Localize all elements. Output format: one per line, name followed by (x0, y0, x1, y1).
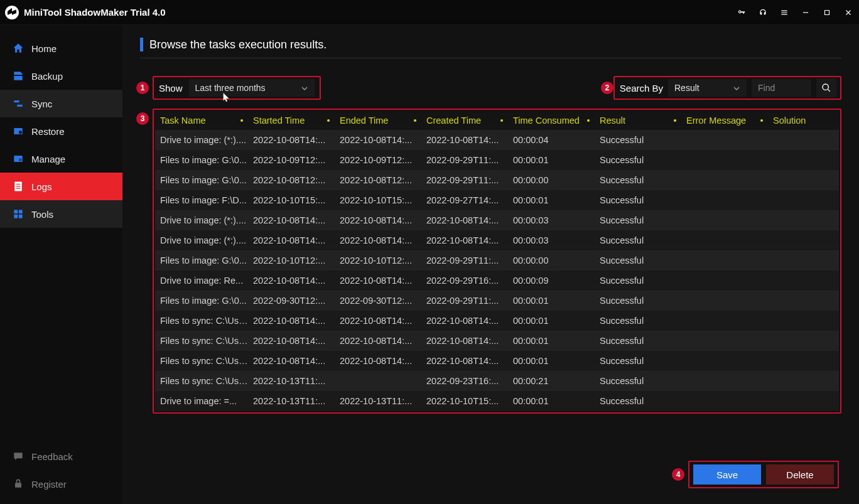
th-time-consumed[interactable]: Time Consumed (508, 115, 595, 126)
table-cell: 2022-09-29T11:... (421, 155, 508, 165)
table-row[interactable]: Drive to image: (*:)....2022-10-08T14:..… (155, 230, 839, 250)
chevron-down-icon (301, 84, 308, 92)
save-button[interactable]: Save (693, 464, 761, 485)
table-cell: 2022-10-13T11:... (248, 396, 335, 406)
table-cell: 00:00:09 (508, 276, 595, 286)
minimize-icon[interactable] (800, 7, 811, 18)
svg-rect-9 (19, 210, 23, 213)
table-row[interactable]: Files to image: G:\0...2022-10-09T12:...… (155, 150, 839, 170)
headline-accent (140, 38, 143, 51)
table-cell: 2022-10-10T15:... (335, 195, 421, 205)
tools-icon (11, 207, 25, 221)
headset-icon[interactable] (757, 7, 769, 18)
table-cell: 2022-10-09T12:... (335, 155, 421, 165)
svg-rect-2 (14, 156, 22, 162)
sidebar-item-manage[interactable]: Manage (0, 145, 122, 173)
table-body: Drive to image: (*:)....2022-10-08T14:..… (155, 130, 839, 411)
sidebar-item-sync[interactable]: Sync (0, 90, 122, 117)
table-row[interactable]: Files to sync: C:\Use...2022-10-08T14:..… (155, 331, 839, 351)
search-button[interactable] (816, 78, 836, 97)
sidebar-item-label: Sync (31, 99, 52, 109)
table-cell: 2022-09-30T12:... (335, 296, 421, 306)
chevron-down-icon (733, 84, 740, 92)
search-by-value: Result (674, 83, 700, 93)
th-started-time[interactable]: Started Time (248, 115, 335, 126)
logs-icon (11, 180, 25, 193)
table-cell: 2022-10-08T14:... (421, 135, 508, 145)
sidebar-item-logs[interactable]: Logs (0, 173, 122, 200)
table-cell: Drive to image: (*:).... (155, 235, 248, 245)
content-area: Browse the tasks execution results. 1 Sh… (122, 25, 859, 504)
table-row[interactable]: Files to image: G:\0...2022-09-30T12:...… (155, 291, 839, 311)
th-result[interactable]: Result (595, 115, 681, 126)
svg-rect-6 (16, 186, 21, 186)
action-buttons-box: Save Delete (688, 461, 839, 488)
table-cell: 2022-10-08T14:... (335, 235, 421, 245)
table-row[interactable]: Files to sync: C:\Use...2022-10-08T14:..… (155, 311, 839, 331)
page-headline: Browse the tasks execution results. (140, 38, 841, 58)
search-by-dropdown[interactable]: Result (668, 79, 747, 97)
table-cell: Files to image: G:\0... (155, 255, 248, 265)
table-row[interactable]: Drive to image: (*:)....2022-10-08T14:..… (155, 130, 839, 150)
svg-rect-12 (15, 483, 21, 488)
sidebar-item-backup[interactable]: Backup (0, 62, 122, 90)
sidebar-item-feedback[interactable]: Feedback (0, 442, 122, 470)
table-row[interactable]: Files to image: G:\0...2022-10-08T12:...… (155, 170, 839, 190)
table-row[interactable]: Files to image: F:\D...2022-10-10T15:...… (155, 190, 839, 210)
close-icon[interactable] (843, 7, 854, 18)
annotation-badge-3: 3 (136, 112, 149, 125)
table-row[interactable]: Files to sync: C:\Use...2022-10-13T11:..… (155, 371, 839, 391)
annotation-badge-4: 4 (672, 468, 684, 481)
table-cell: Successful (595, 276, 681, 286)
table-cell: 00:00:01 (508, 296, 595, 306)
table-header: Task Name Started Time Ended Time Create… (155, 111, 839, 130)
table-cell: Files to sync: C:\Use... (155, 336, 248, 346)
table-row[interactable]: Files to image: G:\0...2022-10-10T12:...… (155, 250, 839, 271)
th-created-time[interactable]: Created Time (421, 115, 508, 126)
key-icon[interactable] (736, 7, 747, 18)
sync-icon (11, 97, 25, 110)
table-cell: 00:00:01 (508, 316, 595, 326)
table-cell: 2022-09-29T11:... (421, 255, 508, 265)
table-row[interactable]: Drive to image: (*:)....2022-10-08T14:..… (155, 210, 839, 230)
sidebar-item-label: Restore (31, 126, 65, 137)
table-cell: Successful (595, 235, 681, 245)
table-cell: 2022-10-08T14:... (421, 316, 508, 326)
table-cell: Drive to image: (*:).... (155, 135, 248, 145)
table-row[interactable]: Drive to image: =...2022-10-13T11:...202… (155, 391, 839, 411)
table-cell: 2022-10-08T14:... (248, 135, 335, 145)
table-cell: 2022-09-23T16:... (421, 376, 508, 386)
table-cell: Drive to image: Re... (155, 276, 248, 286)
table-cell: Files to sync: C:\Use... (155, 316, 248, 326)
svg-rect-8 (14, 210, 18, 213)
th-solution[interactable]: Solution (768, 115, 839, 126)
table-cell: 2022-09-27T14:... (421, 195, 508, 205)
maximize-icon[interactable] (821, 7, 833, 18)
sidebar-item-tools[interactable]: Tools (0, 200, 122, 228)
show-dropdown-value: Last three months (195, 83, 266, 93)
th-task-name[interactable]: Task Name (155, 115, 248, 126)
table-row[interactable]: Files to sync: C:\Use...2022-10-08T14:..… (155, 351, 839, 371)
show-dropdown[interactable]: Last three months (189, 79, 315, 97)
sidebar-item-register[interactable]: Register (0, 470, 122, 498)
table-row[interactable]: Drive to image: Re...2022-10-08T14:...20… (155, 271, 839, 291)
table-cell: Successful (595, 195, 681, 205)
table-cell: Drive to image: (*:).... (155, 215, 248, 225)
annotation-badge-2: 2 (601, 82, 613, 94)
table-cell: 2022-09-29T16:... (421, 276, 508, 286)
th-ended-time[interactable]: Ended Time (335, 115, 421, 126)
sidebar-item-restore[interactable]: Restore (0, 117, 122, 145)
headline-text: Browse the tasks execution results. (149, 38, 327, 51)
sidebar-item-label: Tools (31, 209, 53, 220)
table-cell: 2022-10-08T12:... (248, 175, 335, 185)
sidebar: Home Backup Sync Restore Manage (0, 25, 122, 504)
table-cell: Successful (595, 336, 681, 346)
search-input[interactable]: Find (752, 79, 811, 97)
th-error-message[interactable]: Error Message (681, 115, 768, 126)
sidebar-item-home[interactable]: Home (0, 35, 122, 62)
table-cell: Successful (595, 215, 681, 225)
delete-button[interactable]: Delete (766, 464, 834, 485)
menu-icon[interactable] (779, 7, 790, 18)
restore-icon (11, 124, 25, 138)
table-cell: 2022-09-29T11:... (421, 175, 508, 185)
